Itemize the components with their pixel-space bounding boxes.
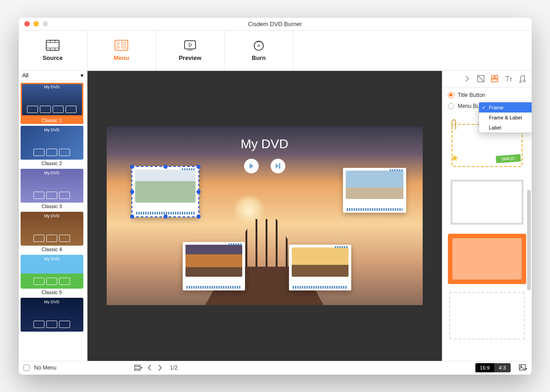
svg-rect-25 bbox=[135, 365, 140, 371]
frame-tab[interactable] bbox=[490, 75, 499, 83]
close-icon[interactable] bbox=[24, 21, 30, 27]
menu-canvas[interactable]: My DVD bbox=[107, 127, 423, 305]
minimize-icon[interactable] bbox=[33, 21, 39, 27]
template-thumb: My DVD bbox=[21, 255, 83, 289]
zoom-icon[interactable] bbox=[43, 21, 48, 27]
template-title: My DVD bbox=[21, 128, 83, 132]
tab-source[interactable]: Source bbox=[19, 31, 87, 70]
resize-handle[interactable] bbox=[196, 165, 201, 169]
menu-icon bbox=[114, 40, 128, 51]
next-button[interactable] bbox=[271, 159, 285, 173]
status-bar: No Menu 1/2 16:9 4:3 bbox=[19, 361, 532, 375]
music-tab[interactable] bbox=[518, 75, 526, 83]
ratio-169[interactable]: 16:9 bbox=[475, 363, 494, 372]
dvd-title[interactable]: My DVD bbox=[107, 137, 423, 151]
star-icon: ★ bbox=[451, 152, 459, 163]
image-add-icon[interactable] bbox=[519, 364, 527, 372]
scrollbar[interactable] bbox=[527, 190, 531, 290]
template-title: My DVD bbox=[21, 85, 83, 89]
center-panel: My DVD bbox=[87, 71, 442, 361]
svg-point-9 bbox=[117, 46, 120, 48]
video-card-1[interactable] bbox=[131, 166, 199, 217]
template-label: Classic 1 bbox=[21, 117, 83, 124]
main-toolbar: Source Menu Preview Burn bbox=[19, 31, 532, 71]
dropdown-item-frame-label[interactable]: Frame & Label bbox=[479, 113, 532, 123]
video-card-4[interactable] bbox=[289, 245, 351, 290]
clip-icon bbox=[452, 119, 456, 129]
next-page-icon[interactable] bbox=[157, 364, 165, 372]
svg-line-21 bbox=[478, 75, 484, 82]
template-label: Classic 5 bbox=[21, 289, 83, 296]
tab-preview[interactable]: Preview bbox=[156, 31, 225, 70]
preview-icon bbox=[183, 40, 197, 51]
card-caption-dots bbox=[136, 212, 195, 215]
add-page-icon[interactable] bbox=[134, 364, 142, 372]
radio-title-button[interactable]: Title Button bbox=[448, 92, 526, 98]
template-title: My DVD bbox=[21, 300, 83, 304]
play-button[interactable] bbox=[244, 159, 259, 173]
app-window: Cisdem DVD Burner Source Menu Preview Bu… bbox=[19, 18, 532, 375]
frame-preview[interactable] bbox=[448, 234, 526, 284]
frame-list[interactable]: ★ SMILE! bbox=[442, 117, 532, 361]
template-item[interactable]: My DVD Classic 4 bbox=[21, 212, 83, 253]
resize-handle[interactable] bbox=[130, 165, 134, 169]
tab-menu[interactable]: Menu bbox=[87, 31, 156, 70]
template-title: My DVD bbox=[21, 171, 83, 175]
right-panel: Title Button Menu Button Frame Frame & L… bbox=[442, 71, 532, 361]
resize-handle[interactable] bbox=[130, 215, 134, 219]
template-thumb: My DVD bbox=[21, 298, 83, 332]
svg-marker-13 bbox=[189, 43, 192, 47]
ratio-43[interactable]: 4:3 bbox=[494, 363, 510, 372]
background-tab[interactable] bbox=[477, 75, 485, 83]
resize-handle[interactable] bbox=[163, 165, 168, 169]
frame-preview[interactable] bbox=[448, 290, 526, 341]
video-card-2[interactable] bbox=[343, 168, 406, 213]
svg-rect-22 bbox=[491, 75, 494, 78]
template-filter-dropdown[interactable]: All ▾ bbox=[19, 71, 87, 81]
tab-burn[interactable]: Burn bbox=[225, 31, 294, 70]
svg-rect-23 bbox=[495, 75, 498, 78]
svg-rect-10 bbox=[121, 43, 126, 44]
svg-rect-19 bbox=[279, 163, 280, 169]
resize-handle[interactable] bbox=[130, 190, 134, 194]
svg-rect-12 bbox=[185, 41, 196, 49]
svg-rect-11 bbox=[121, 46, 126, 48]
no-menu-checkbox[interactable] bbox=[23, 365, 30, 371]
template-item[interactable]: My DVD Classic 1 bbox=[21, 83, 83, 124]
resize-handle[interactable] bbox=[196, 215, 201, 219]
radio-icon bbox=[448, 92, 454, 98]
template-item[interactable]: My DVD Classic 3 bbox=[21, 169, 83, 210]
template-thumb: My DVD bbox=[21, 169, 83, 203]
resize-handle[interactable] bbox=[196, 190, 201, 194]
canvas-wrap: My DVD bbox=[87, 71, 442, 361]
svg-rect-0 bbox=[46, 40, 59, 50]
frame-dropdown[interactable]: Frame Frame & Label Label bbox=[479, 102, 532, 133]
svg-point-15 bbox=[254, 41, 263, 50]
svg-rect-24 bbox=[491, 79, 498, 82]
template-title: My DVD bbox=[21, 257, 83, 261]
aspect-ratio-toggle[interactable]: 16:9 4:3 bbox=[475, 363, 511, 372]
template-list[interactable]: My DVD Classic 1 My DVD Classic 2 My DVD… bbox=[19, 81, 87, 361]
tab-source-label: Source bbox=[43, 54, 63, 61]
tab-menu-label: Menu bbox=[114, 54, 129, 61]
traffic-lights bbox=[19, 21, 48, 27]
svg-marker-17 bbox=[250, 163, 254, 169]
radio-title-label: Title Button bbox=[458, 92, 485, 98]
template-item[interactable]: My DVD bbox=[21, 298, 83, 333]
collapse-panel-button[interactable] bbox=[463, 75, 471, 83]
titlebar: Cisdem DVD Burner bbox=[19, 18, 532, 31]
resize-handle[interactable] bbox=[163, 215, 168, 219]
smile-badge: SMILE! bbox=[496, 154, 521, 163]
template-item[interactable]: My DVD Classic 2 bbox=[21, 126, 83, 167]
video-thumb bbox=[135, 170, 196, 203]
prev-page-icon[interactable] bbox=[147, 364, 155, 372]
dropdown-item-label[interactable]: Label bbox=[479, 123, 532, 133]
template-item[interactable]: My DVD Classic 5 bbox=[21, 255, 83, 296]
video-card-3[interactable] bbox=[183, 242, 245, 290]
frame-preview[interactable] bbox=[448, 177, 526, 227]
svg-point-16 bbox=[258, 45, 260, 47]
template-thumb: My DVD bbox=[21, 126, 83, 160]
dropdown-item-frame[interactable]: Frame bbox=[479, 102, 532, 113]
page-indicator: 1/2 bbox=[170, 365, 178, 371]
text-tab[interactable] bbox=[504, 75, 512, 83]
